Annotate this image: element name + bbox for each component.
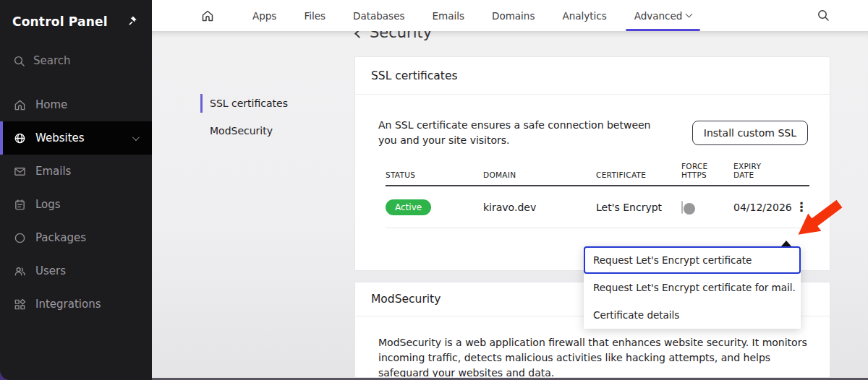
circle-icon: [13, 232, 27, 244]
install-custom-ssl-button[interactable]: Install custom SSL: [692, 121, 808, 145]
tab-files[interactable]: Files: [290, 0, 339, 31]
logs-icon: [13, 199, 27, 211]
top-nav: Apps Files Databases Emails Domains Anal…: [152, 0, 868, 31]
header-expiry-date: EXPIRY DATE: [733, 162, 794, 179]
table-row: Active kiravo.dev Let's Encrypt 04/12/20…: [386, 186, 809, 228]
sidebar-item-websites[interactable]: Websites: [0, 121, 152, 155]
header-certificate: CERTIFICATE: [596, 170, 681, 179]
chevron-down-icon: [132, 134, 140, 141]
pin-icon[interactable]: [127, 15, 137, 29]
menu-item-request-lets-encrypt-mail[interactable]: Request Let's Encrypt certificate for ma…: [584, 274, 801, 301]
top-nav-tabs: Apps Files Databases Emails Domains Anal…: [239, 0, 705, 31]
sidebar-header: Control Panel: [0, 0, 152, 29]
tab-emails[interactable]: Emails: [419, 0, 479, 31]
globe-icon: [13, 132, 27, 144]
chevron-down-icon: [686, 11, 693, 18]
tab-domains[interactable]: Domains: [478, 0, 548, 31]
tab-analytics[interactable]: Analytics: [548, 0, 620, 31]
ssl-table: STATUS DOMAIN CERTIFICATE FORCE HTTPS EX…: [386, 160, 809, 228]
header-domain: DOMAIN: [483, 170, 596, 179]
certificate-actions-dropdown: Request Let's Encrypt certificate Reques…: [584, 246, 801, 329]
app-title: Control Panel: [12, 14, 108, 29]
menu-item-request-lets-encrypt[interactable]: Request Let's Encrypt certificate: [584, 246, 801, 274]
integrations-icon: [13, 298, 27, 311]
toggle-knob: [684, 203, 695, 215]
expiry-date-cell: 04/12/2026: [733, 202, 794, 213]
sidebar-nav: Home Websites Emails: [0, 88, 152, 321]
sidebar-item-packages[interactable]: Packages: [0, 221, 152, 254]
envelope-icon: [13, 165, 27, 178]
tab-advanced[interactable]: Advanced: [621, 0, 706, 31]
dropdown-caret-icon: [781, 241, 791, 246]
sidebar-search[interactable]: Search: [0, 49, 152, 72]
sidebar-search-label: Search: [33, 54, 71, 67]
status-badge: Active: [386, 199, 431, 215]
home-icon[interactable]: [201, 0, 214, 31]
ssl-card-description: An SSL certificate ensures a safe connec…: [378, 118, 669, 147]
sidebar-item-logs[interactable]: Logs: [0, 188, 152, 221]
users-icon: [13, 265, 27, 277]
tab-databases[interactable]: Databases: [339, 0, 418, 31]
menu-item-certificate-details[interactable]: Certificate details: [584, 301, 801, 329]
certificate-cell: Let's Encrypt: [596, 202, 681, 213]
control-panel-app: Security Apps Files Databases Emails Dom…: [0, 0, 868, 380]
ssl-card-title: SSL certificates: [355, 57, 830, 95]
domain-cell: kiravo.dev: [483, 202, 596, 213]
force-https-toggle[interactable]: [681, 201, 683, 214]
tab-apps[interactable]: Apps: [239, 0, 290, 31]
secnav-item-modsecurity[interactable]: ModSecurity: [200, 121, 288, 140]
home-icon: [13, 99, 27, 111]
secondary-nav: SSL certificates ModSecurity: [200, 94, 288, 149]
search-icon[interactable]: [817, 9, 830, 25]
sidebar: Control Panel Search Home: [0, 0, 152, 380]
secnav-item-ssl-certificates[interactable]: SSL certificates: [200, 94, 288, 113]
sidebar-item-integrations[interactable]: Integrations: [0, 288, 152, 321]
ssl-certificates-card: SSL certificates An SSL certificate ensu…: [354, 56, 830, 271]
header-status: STATUS: [386, 170, 483, 179]
ssl-table-header: STATUS DOMAIN CERTIFICATE FORCE HTTPS EX…: [386, 160, 809, 186]
red-annotation-arrow: [793, 197, 845, 238]
header-force-https: FORCE HTTPS: [681, 162, 728, 179]
sidebar-item-emails[interactable]: Emails: [0, 155, 152, 188]
sidebar-item-home[interactable]: Home: [0, 88, 152, 121]
sidebar-item-users[interactable]: Users: [0, 254, 152, 288]
